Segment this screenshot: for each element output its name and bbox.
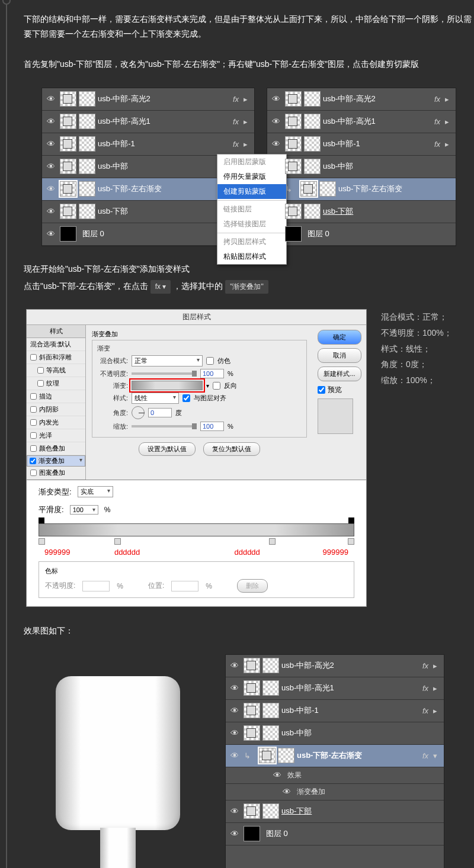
fx-badge[interactable]: fx: [228, 140, 244, 149]
layer-row[interactable]: usb-下部: [226, 801, 444, 823]
color-stop-icon[interactable]: [114, 538, 121, 545]
menu-item[interactable]: 停用矢量蒙版: [217, 169, 286, 184]
checkbox[interactable]: [30, 419, 37, 426]
layer-row[interactable]: usb-中部-高光1 fx: [42, 111, 254, 133]
chevron-right-icon[interactable]: [433, 684, 444, 693]
color-stop-icon[interactable]: [348, 538, 354, 545]
layer-row[interactable]: usb-中部-高光1 fx: [267, 111, 456, 133]
layer-name[interactable]: usb-中部-高光2: [323, 94, 430, 104]
eye-icon[interactable]: [272, 94, 280, 104]
chevron-down-icon[interactable]: ▾: [206, 382, 209, 389]
chevron-right-icon[interactable]: [445, 117, 456, 126]
eye-icon[interactable]: [230, 683, 239, 693]
menu-item[interactable]: 选择链接图层: [217, 217, 286, 232]
set-default-button[interactable]: 设置为默认值: [139, 442, 196, 456]
style-option-stroke[interactable]: 描边: [27, 390, 85, 403]
style-select[interactable]: 线性: [132, 393, 179, 404]
gradient-bar[interactable]: 999999 dddddd dddddd 999999: [39, 523, 354, 536]
checkbox[interactable]: [30, 458, 36, 464]
chevron-right-icon[interactable]: [244, 95, 254, 104]
color-stop-icon[interactable]: [39, 538, 45, 545]
fx-badge[interactable]: fx: [430, 95, 445, 104]
style-option-color-overlay[interactable]: 颜色叠加: [27, 442, 85, 455]
blend-mode-select[interactable]: 正常: [132, 355, 203, 367]
opacity-stop-icon[interactable]: [348, 517, 354, 523]
angle-input[interactable]: 0: [148, 408, 172, 417]
dither-checkbox[interactable]: [206, 357, 214, 365]
checkbox[interactable]: [30, 432, 37, 439]
layer-row[interactable]: usb-中部: [267, 156, 456, 178]
layer-name[interactable]: usb-中部: [323, 161, 456, 172]
chevron-right-icon[interactable]: [244, 117, 254, 126]
fx-badge[interactable]: fx: [430, 140, 445, 149]
layer-name[interactable]: usb-下部-左右渐变: [338, 184, 456, 194]
gradient-swatch[interactable]: [132, 381, 203, 390]
checkbox[interactable]: [30, 406, 37, 413]
fx-badge[interactable]: fx: [228, 117, 244, 126]
style-option-pattern-overlay[interactable]: 图案叠加: [27, 467, 85, 480]
layer-name[interactable]: usb-中部: [281, 728, 444, 738]
chevron-down-icon[interactable]: [433, 751, 444, 760]
layer-name[interactable]: usb-下部-左右渐变: [297, 750, 418, 761]
preview-checkbox[interactable]: [318, 386, 325, 394]
layer-name[interactable]: usb-下部: [281, 806, 444, 816]
layer-name[interactable]: usb-中部-高光1: [98, 116, 228, 127]
eye-icon[interactable]: [273, 770, 281, 780]
style-option-texture[interactable]: 纹理: [27, 377, 85, 390]
layer-row[interactable]: usb-中部-高光2 fx: [42, 88, 254, 111]
eye-icon[interactable]: [230, 806, 239, 816]
smoothness-input[interactable]: 100: [70, 505, 98, 515]
eye-icon[interactable]: [47, 207, 55, 216]
eye-icon[interactable]: [47, 139, 55, 149]
gradient-type-select[interactable]: 实底: [78, 486, 113, 497]
eye-icon[interactable]: [47, 117, 55, 126]
reverse-checkbox[interactable]: [213, 382, 220, 390]
menu-item[interactable]: 链接图层: [217, 202, 286, 217]
eye-icon[interactable]: [283, 787, 291, 796]
layer-row[interactable]: usb-中部-1 fx: [226, 700, 444, 722]
layer-name[interactable]: usb-中部-高光1: [323, 116, 430, 127]
opacity-slider[interactable]: [132, 372, 197, 375]
style-option-blend[interactable]: 混合选项:默认: [27, 338, 85, 351]
layer-row[interactable]: usb-中部-1 fx: [42, 133, 254, 156]
layer-name[interactable]: usb-中部-高光2: [98, 94, 228, 104]
eye-icon[interactable]: [47, 162, 55, 171]
scale-input[interactable]: 100: [200, 422, 224, 431]
style-option-bevel[interactable]: 斜面和浮雕: [27, 351, 85, 364]
checkbox[interactable]: [30, 445, 37, 452]
layer-name[interactable]: usb-中部-高光2: [281, 660, 418, 671]
fx-badge[interactable]: fx: [418, 751, 433, 760]
checkbox[interactable]: [37, 367, 44, 374]
layer-row[interactable]: 图层 0: [226, 823, 444, 846]
layer-row[interactable]: 图层 0: [267, 223, 456, 246]
checkbox[interactable]: [30, 470, 37, 476]
checkbox[interactable]: [37, 380, 44, 387]
fx-badge[interactable]: fx: [228, 95, 244, 104]
eye-icon[interactable]: [47, 94, 55, 104]
menu-item[interactable]: 粘贴图层样式: [217, 249, 286, 264]
layer-name[interactable]: usb-下部: [323, 206, 456, 217]
opacity-stop-icon[interactable]: [39, 517, 44, 523]
eye-icon[interactable]: [47, 229, 55, 239]
color-stop-icon[interactable]: [269, 538, 276, 545]
angle-wheel[interactable]: [132, 406, 145, 419]
layer-row-selected[interactable]: ↳ usb-下部-左右渐变 fx: [226, 745, 444, 767]
scale-slider[interactable]: [132, 425, 197, 427]
style-option-inner-shadow[interactable]: 内阴影: [27, 403, 85, 416]
menu-item-highlighted[interactable]: 创建剪贴蒙版: [217, 184, 286, 199]
eye-icon[interactable]: [230, 706, 239, 715]
layer-row[interactable]: usb-下部: [267, 201, 456, 223]
layer-row[interactable]: usb-中部-高光2 fx: [226, 655, 444, 677]
chevron-right-icon[interactable]: [445, 95, 456, 104]
style-option-inner-glow[interactable]: 内发光: [27, 416, 85, 429]
eye-icon[interactable]: [272, 117, 280, 126]
layer-name[interactable]: usb-中部: [98, 161, 228, 172]
layer-name[interactable]: usb-中部-高光1: [281, 683, 418, 693]
effects-row[interactable]: 效果: [226, 767, 444, 784]
layer-name[interactable]: usb-中部-1: [323, 139, 430, 149]
cancel-button[interactable]: 取消: [318, 348, 361, 363]
layer-row[interactable]: usb-中部-高光1 fx: [226, 677, 444, 700]
chevron-right-icon[interactable]: [445, 140, 456, 149]
eye-icon[interactable]: [230, 829, 239, 838]
eye-icon[interactable]: [230, 751, 239, 760]
